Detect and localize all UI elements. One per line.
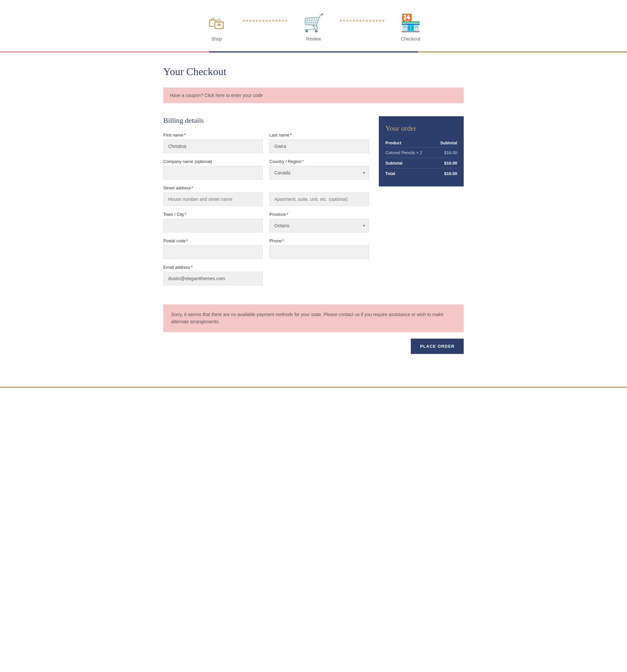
total-label: Total [385,168,435,179]
table-row: Colored Pencils × 2 $16.00 [385,148,457,158]
street-input[interactable] [163,192,263,206]
total-row: Total $16.00 [385,168,457,179]
last-name-group: Last name* [269,133,369,153]
city-group: Town / City* [163,212,263,233]
step-review-label: Review [306,36,321,42]
first-name-label: First name* [163,133,263,138]
apartment-group [269,186,369,206]
checkout-icon: 🏪 [400,13,421,33]
shop-icon: 🛍 [208,14,225,33]
payment-notice: Sorry, it seems that there are no availa… [163,304,464,332]
first-name-input[interactable] [163,139,263,153]
step-checkout[interactable]: 🏪 Checkout [384,13,437,42]
last-name-label: Last name* [269,133,369,138]
progress-section: 🛍 Shop 🛒 Review 🏪 Checkout [0,0,627,53]
phone-label: Phone* [269,238,369,243]
postal-label: Postal code* [163,238,263,243]
country-select[interactable]: Canada United States United Kingdom [269,166,369,179]
street-label: Street address* [163,186,263,190]
company-input[interactable] [163,166,263,179]
city-label: Town / City* [163,212,263,217]
progress-bars [0,51,627,53]
email-input[interactable] [163,272,263,285]
first-name-group: First name* [163,133,263,153]
email-row: Email address* [163,265,369,285]
province-select-wrapper: Ontario British Columbia Alberta Quebec [269,219,369,233]
country-label: Country / Region* [269,159,369,164]
postal-group: Postal code* [163,238,263,259]
street-group: Street address* [163,186,263,206]
city-province-row: Town / City* Province* Ontario British C… [163,212,369,233]
bottom-bar [0,387,627,388]
company-label: Company name (optional) [163,159,263,164]
order-table-header: Product Subtotal [385,139,457,148]
item-price: $16.00 [435,148,457,158]
progress-bar-navy [209,51,418,53]
email-group: Email address* [163,265,263,285]
subtotal-row: Subtotal $16.00 [385,158,457,168]
billing-section: Billing details First name* Last name* [163,116,369,291]
main-content: Your Checkout Have a coupon? Click here … [157,53,470,374]
step-shop[interactable]: 🛍 Shop [190,14,243,42]
total-value: $16.00 [435,168,457,179]
street-row: Street address* [163,186,369,206]
apartment-input[interactable] [269,192,369,206]
postal-phone-row: Postal code* Phone* [163,238,369,259]
order-table: Product Subtotal Colored Pencils × 2 $16… [385,139,457,178]
last-name-input[interactable] [269,139,369,153]
col-subtotal: Subtotal [435,139,457,148]
billing-title: Billing details [163,116,369,125]
step-shop-label: Shop [211,36,222,42]
page-title: Your Checkout [163,66,464,78]
name-row: First name* Last name* [163,133,369,153]
city-input[interactable] [163,219,263,233]
review-icon: 🛒 [303,13,324,33]
steps-row: 🛍 Shop 🛒 Review 🏪 Checkout [190,13,437,42]
province-select[interactable]: Ontario British Columbia Alberta Quebec [269,219,369,233]
phone-input[interactable] [269,245,369,259]
place-order-row: PLACE ORDER [163,339,464,354]
order-title: Your order [385,124,457,133]
step-review[interactable]: 🛒 Review [287,13,340,42]
place-order-button[interactable]: PLACE ORDER [411,339,464,354]
item-name: Colored Pencils × 2 [385,148,435,158]
province-label: Province* [269,212,369,217]
country-select-wrapper: Canada United States United Kingdom [269,166,369,179]
country-group: Country / Region* Canada United States U… [269,159,369,179]
coupon-banner[interactable]: Have a coupon? Click here to enter your … [163,88,464,103]
subtotal-label: Subtotal [385,158,435,168]
email-label: Email address* [163,265,263,270]
step-checkout-label: Checkout [401,36,420,42]
phone-group: Phone* [269,238,369,259]
province-group: Province* Ontario British Columbia Alber… [269,212,369,233]
apartment-label [269,186,369,190]
dots-2 [340,20,384,35]
col-product: Product [385,139,435,148]
subtotal-value: $16.00 [435,158,457,168]
company-country-row: Company name (optional) Country / Region… [163,159,369,179]
progress-bar-gold [418,51,627,53]
checkout-layout: Billing details First name* Last name* [163,116,464,291]
company-group: Company name (optional) [163,159,263,179]
dots-1 [243,20,287,35]
postal-input[interactable] [163,245,263,259]
email-spacer [269,265,369,285]
progress-bar-pink [0,51,209,53]
order-summary: Your order Product Subtotal Colored Penc… [379,116,464,187]
